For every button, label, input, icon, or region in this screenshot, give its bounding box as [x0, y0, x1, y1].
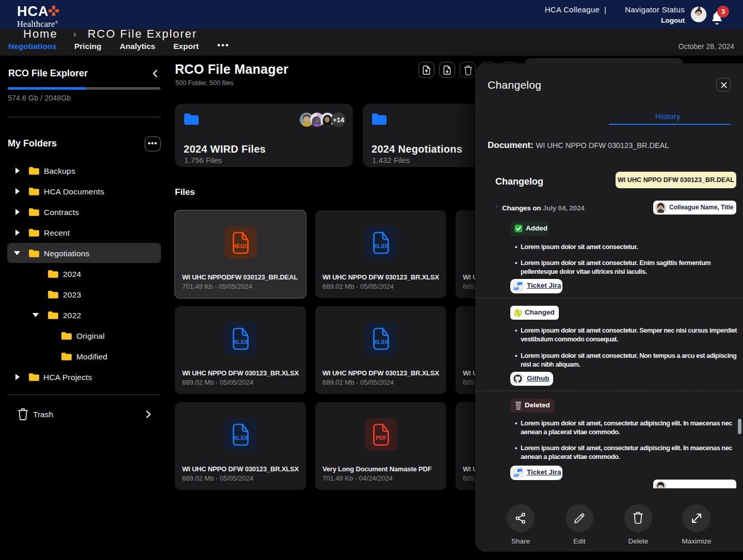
svg-text:XLSX: XLSX: [233, 435, 247, 441]
svg-text:NEGO: NEGO: [233, 243, 249, 249]
svg-text:PDF: PDF: [376, 435, 387, 441]
svg-text:+14: +14: [333, 116, 345, 124]
svg-text:XLSX: XLSX: [233, 339, 247, 345]
svg-text:XLSX: XLSX: [374, 339, 387, 345]
svg-text:XLSX: XLSX: [374, 243, 387, 249]
